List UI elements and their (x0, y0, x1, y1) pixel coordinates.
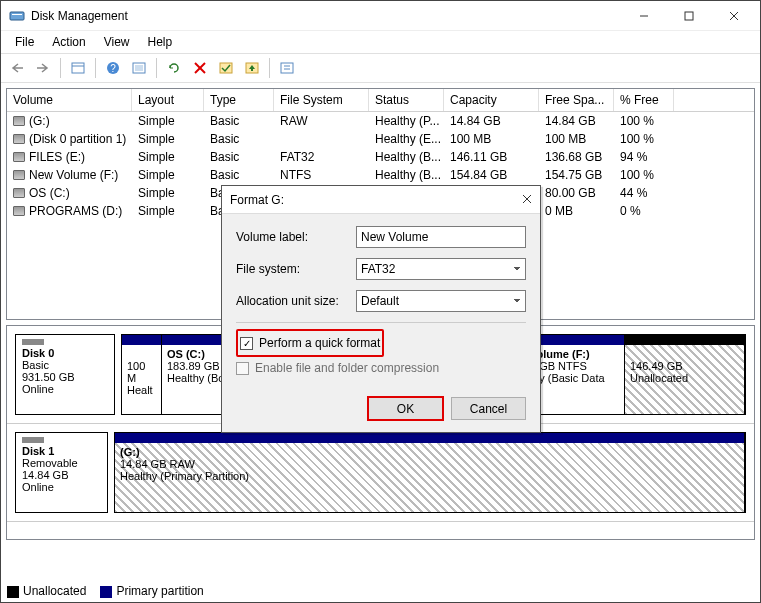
cancel-button[interactable]: Cancel (451, 397, 526, 420)
disk-info[interactable]: Disk 0Basic931.50 GBOnline (15, 334, 115, 415)
properties-icon[interactable] (275, 56, 299, 80)
titlebar: Disk Management (1, 1, 760, 31)
menubar: File Action View Help (1, 31, 760, 53)
table-row[interactable]: (Disk 0 partition 1)SimpleBasicHealthy (… (7, 130, 754, 148)
legend: Unallocated Primary partition (7, 584, 204, 598)
col-pct[interactable]: % Free (614, 89, 674, 111)
settings-icon[interactable] (127, 56, 151, 80)
checkmark-icon: ✓ (240, 337, 253, 350)
col-capacity[interactable]: Capacity (444, 89, 539, 111)
help-icon[interactable]: ? (101, 56, 125, 80)
file-system-label: File system: (236, 262, 356, 276)
menu-help[interactable]: Help (140, 33, 181, 51)
back-button[interactable] (5, 56, 29, 80)
up-icon[interactable] (240, 56, 264, 80)
table-row[interactable]: (G:)SimpleBasicRAWHealthy (P...14.84 GB1… (7, 112, 754, 130)
compression-label: Enable file and folder compression (255, 361, 439, 375)
quick-format-checkbox[interactable]: ✓ Perform a quick format (240, 336, 380, 350)
minimize-button[interactable] (621, 2, 666, 30)
legend-primary: Primary partition (116, 584, 203, 598)
checkbox-empty-icon (236, 362, 249, 375)
disk-bar[interactable]: (G:)14.84 GB RAWHealthy (Primary Partiti… (114, 432, 746, 513)
format-dialog: Format G: Volume label: File system: FAT… (221, 185, 541, 433)
svg-text:?: ? (110, 63, 116, 74)
menu-file[interactable]: File (7, 33, 42, 51)
col-status[interactable]: Status (369, 89, 444, 111)
col-layout[interactable]: Layout (132, 89, 204, 111)
quick-format-label: Perform a quick format (259, 336, 380, 350)
delete-icon[interactable] (188, 56, 212, 80)
file-system-select[interactable]: FAT32 (356, 258, 526, 280)
svg-rect-14 (220, 63, 232, 73)
refresh-icon[interactable] (162, 56, 186, 80)
app-icon (9, 8, 25, 24)
allocation-size-select[interactable]: Default (356, 290, 526, 312)
maximize-button[interactable] (666, 2, 711, 30)
toolbar: ? (1, 53, 760, 83)
ok-button[interactable]: OK (368, 397, 443, 420)
forward-button[interactable] (31, 56, 55, 80)
dialog-close-button[interactable] (522, 193, 532, 207)
column-headers[interactable]: Volume Layout Type File System Status Ca… (7, 89, 754, 112)
svg-rect-1 (12, 14, 22, 15)
col-type[interactable]: Type (204, 89, 274, 111)
svg-rect-3 (685, 12, 693, 20)
disk-info[interactable]: Disk 1Removable14.84 GBOnline (15, 432, 108, 513)
dialog-title: Format G: (230, 193, 522, 207)
col-volume[interactable]: Volume (7, 89, 132, 111)
menu-view[interactable]: View (96, 33, 138, 51)
volume-label-field[interactable] (356, 226, 526, 248)
svg-rect-0 (10, 12, 24, 20)
svg-rect-11 (135, 65, 143, 71)
window-title: Disk Management (31, 9, 621, 23)
col-fs[interactable]: File System (274, 89, 369, 111)
dialog-titlebar: Format G: (222, 186, 540, 214)
close-button[interactable] (711, 2, 756, 30)
menu-action[interactable]: Action (44, 33, 93, 51)
svg-rect-16 (281, 63, 293, 73)
table-row[interactable]: FILES (E:)SimpleBasicFAT32Healthy (B...1… (7, 148, 754, 166)
legend-unallocated: Unallocated (23, 584, 86, 598)
svg-rect-6 (72, 63, 84, 73)
check-icon[interactable] (214, 56, 238, 80)
col-free[interactable]: Free Spa... (539, 89, 614, 111)
allocation-size-label: Allocation unit size: (236, 294, 356, 308)
show-hide-icon[interactable] (66, 56, 90, 80)
volume-label-label: Volume label: (236, 230, 356, 244)
table-row[interactable]: New Volume (F:)SimpleBasicNTFSHealthy (B… (7, 166, 754, 184)
compression-checkbox: Enable file and folder compression (236, 361, 526, 375)
